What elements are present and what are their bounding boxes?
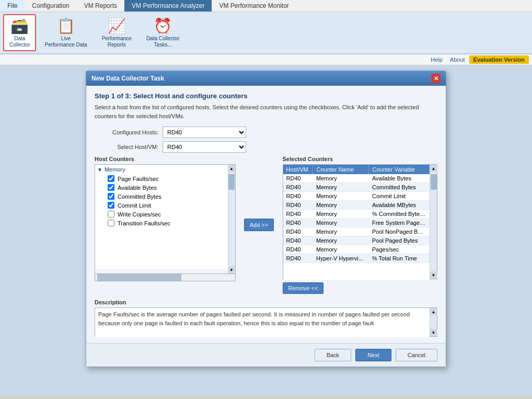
dialog-footer: Back Next Cancel: [86, 343, 446, 367]
tree-memory-parent[interactable]: ▼ Memory: [95, 165, 228, 174]
col-variable: Counter Variable: [369, 165, 430, 174]
col-counter: Counter Name: [313, 165, 369, 174]
data-collector-icon: 🗃️: [10, 17, 29, 35]
menu-file[interactable]: File: [0, 0, 25, 12]
help-bar: Help About Evaluation Version: [0, 54, 532, 65]
tree-child-2[interactable]: Committed Bytes: [95, 192, 228, 201]
eval-badge: Evaluation Version: [469, 55, 529, 64]
label-transition-faults: Transition Faults/sec: [118, 220, 170, 226]
menu-vm-performance-monitor[interactable]: VM Performance Monitor: [212, 0, 296, 12]
description-label: Description: [95, 299, 437, 305]
counter-scroll-down[interactable]: ▼: [430, 271, 437, 279]
tree-memory-label: Memory: [105, 166, 125, 173]
host-counters-label: Host Counters: [95, 156, 236, 162]
checkbox-write-copies[interactable]: [108, 211, 114, 218]
dialog: New Data Collector Task ✕ Step 1 of 3: S…: [86, 71, 446, 367]
perf-reports-icon: 📈: [108, 17, 126, 35]
desc-scroll-down[interactable]: ▼: [430, 329, 437, 336]
label-available-bytes: Available Bytes: [118, 185, 157, 191]
table-row[interactable]: RD40MemoryAvailable Bytes: [283, 174, 430, 183]
panels-container: Host Counters ▼ Memory Page Faults/sec: [95, 156, 437, 294]
step-title: Step 1 of 3: Select Host and configure c…: [95, 92, 437, 100]
ribbon-tasks-label: Data Collector Tasks...: [146, 36, 179, 48]
help-link[interactable]: Help: [427, 55, 446, 64]
ribbon: 🗃️ Data Collector 📋 Live Performance Dat…: [0, 12, 532, 54]
live-perf-icon: 📋: [57, 17, 75, 35]
step-description: Select a host from the list of configure…: [95, 103, 437, 120]
label-commit-limit: Commit Limit: [118, 202, 151, 209]
checkbox-transition-faults[interactable]: [108, 220, 114, 226]
col-host: Host/VM: [283, 165, 313, 174]
table-row[interactable]: RD40MemoryPool Paged Bytes: [283, 236, 430, 245]
configured-hosts-row: Configured Hosts: RD40: [95, 127, 437, 138]
host-counters-panel: Host Counters ▼ Memory Page Faults/sec: [95, 156, 236, 294]
counter-scrollbar[interactable]: ▲ ▼: [430, 165, 437, 279]
counter-table: Host/VM Counter Name Counter Variable RD…: [283, 165, 430, 263]
remove-button[interactable]: Remove <<: [283, 282, 324, 294]
table-row[interactable]: RD40MemoryPool NonPaged Byt...: [283, 227, 430, 236]
ribbon-data-collector[interactable]: 🗃️ Data Collector: [3, 14, 36, 51]
configured-hosts-label: Configured Hosts:: [95, 129, 163, 135]
add-button-col: Add >>: [241, 156, 277, 294]
table-row[interactable]: RD40MemoryAvailable MBytes: [283, 201, 430, 210]
tree-expand-icon: ▼: [97, 167, 102, 173]
tree-hscroll[interactable]: [95, 274, 236, 281]
label-write-copies: Write Copies/sec: [118, 211, 161, 218]
table-row[interactable]: RD40MemoryFree System Page T...: [283, 219, 430, 227]
add-button[interactable]: Add >>: [244, 219, 274, 231]
select-host-row: Select Host/VM: RD40: [95, 141, 437, 153]
dialog-body: Step 1 of 3: Select Host and configure c…: [86, 86, 446, 343]
desc-scroll-up[interactable]: ▲: [430, 308, 437, 315]
menu-vm-reports[interactable]: VM Reports: [77, 0, 124, 12]
description-box: Page Faults/sec is the average number of…: [95, 308, 430, 337]
tree-child-5[interactable]: Transition Faults/sec: [95, 219, 228, 227]
label-committed-bytes: Committed Bytes: [118, 193, 161, 200]
ribbon-perf-reports-label: Performance Reports: [102, 36, 132, 48]
ribbon-performance-reports[interactable]: 📈 Performance Reports: [96, 14, 138, 51]
ribbon-live-performance-data[interactable]: 📋 Live Performance Data: [38, 14, 93, 51]
table-row[interactable]: RD40Memory% Committed Bytes...: [283, 210, 430, 219]
desc-scrollbar[interactable]: ▲ ▼: [430, 308, 437, 336]
menu-configuration[interactable]: Configuration: [25, 0, 76, 12]
scroll-thumb[interactable]: [228, 174, 235, 190]
select-host-select[interactable]: RD40: [163, 141, 246, 153]
scroll-up-arrow[interactable]: ▲: [228, 165, 235, 172]
tree-child-3[interactable]: Commit Limit: [95, 201, 228, 210]
counter-table-wrap[interactable]: Host/VM Counter Name Counter Variable RD…: [283, 165, 430, 280]
configured-hosts-select[interactable]: RD40: [163, 127, 246, 138]
host-counters-tree[interactable]: ▼ Memory Page Faults/sec Available Bytes: [95, 165, 228, 269]
ribbon-data-collector-tasks[interactable]: ⏰ Data Collector Tasks...: [140, 14, 186, 51]
back-button[interactable]: Back: [315, 349, 351, 361]
dialog-close-button[interactable]: ✕: [431, 74, 441, 83]
ribbon-live-perf-label: Live Performance Data: [44, 36, 87, 48]
scroll-down-arrow[interactable]: ▼: [228, 266, 235, 273]
selected-counters-panel: Selected Counters Host/VM Counter Name C…: [283, 156, 437, 294]
next-button[interactable]: Next: [355, 349, 391, 361]
checkbox-commit-limit[interactable]: [108, 202, 114, 209]
table-row[interactable]: RD40MemoryPages/sec: [283, 245, 430, 254]
tree-child-0[interactable]: Page Faults/sec: [95, 174, 228, 183]
counter-scroll-thumb[interactable]: [431, 174, 437, 190]
main-area: New Data Collector Task ✕ Step 1 of 3: S…: [0, 65, 532, 396]
dialog-titlebar: New Data Collector Task ✕: [86, 71, 446, 86]
tree-scrollbar[interactable]: ▲ ▼: [228, 165, 235, 273]
cancel-button[interactable]: Cancel: [396, 349, 437, 361]
select-host-label: Select Host/VM:: [95, 144, 163, 150]
checkbox-available-bytes[interactable]: [108, 184, 114, 191]
menu-bar: File Configuration VM Reports VM Perform…: [0, 0, 532, 12]
about-link[interactable]: About: [447, 55, 468, 64]
table-row[interactable]: RD40MemoryCommitted Bytes: [283, 183, 430, 192]
dialog-title: New Data Collector Task: [91, 75, 164, 82]
counter-scroll-up[interactable]: ▲: [430, 165, 437, 172]
tree-child-4[interactable]: Write Copies/sec: [95, 210, 228, 219]
tree-child-1[interactable]: Available Bytes: [95, 183, 228, 192]
checkbox-page-faults[interactable]: [108, 175, 114, 182]
table-row[interactable]: RD40Hyper-V Hypervi...% Total Run Time: [283, 254, 430, 263]
checkbox-committed-bytes[interactable]: [108, 193, 114, 200]
tasks-icon: ⏰: [154, 17, 172, 35]
table-row[interactable]: RD40MemoryCommit Limit: [283, 192, 430, 201]
menu-vm-performance-analyzer[interactable]: VM Performance Analyzer: [124, 0, 212, 12]
selected-counters-label: Selected Counters: [283, 156, 437, 162]
ribbon-data-collector-label: Data Collector: [9, 36, 30, 48]
label-page-faults: Page Faults/sec: [118, 176, 159, 182]
